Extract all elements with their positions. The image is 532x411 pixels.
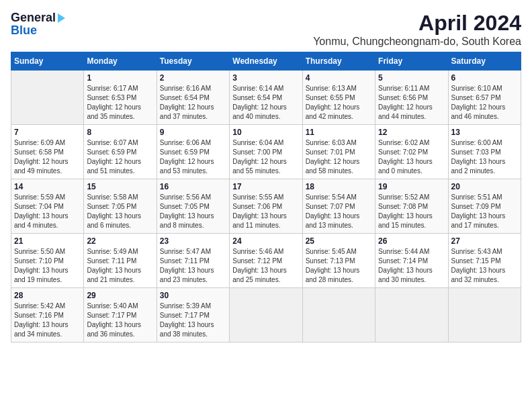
- logo-blue: Blue: [11, 24, 37, 38]
- calendar-cell: 25Sunrise: 5:45 AM Sunset: 7:13 PM Dayli…: [302, 234, 375, 288]
- calendar-cell: 2Sunrise: 6:16 AM Sunset: 6:54 PM Daylig…: [157, 71, 229, 125]
- day-info: Sunrise: 5:51 AM Sunset: 7:09 PM Dayligh…: [451, 193, 518, 230]
- calendar-cell: 9Sunrise: 6:06 AM Sunset: 6:59 PM Daylig…: [157, 125, 229, 179]
- day-number: 18: [306, 182, 372, 191]
- calendar-cell: 23Sunrise: 5:47 AM Sunset: 7:11 PM Dayli…: [157, 234, 229, 288]
- page-title: April 2024: [313, 11, 521, 36]
- calendar-cell: 28Sunrise: 5:42 AM Sunset: 7:16 PM Dayli…: [11, 288, 84, 342]
- weekday-header: Sunday: [11, 52, 84, 71]
- calendar-cell: 13Sunrise: 6:00 AM Sunset: 7:03 PM Dayli…: [448, 125, 521, 179]
- calendar-cell: [302, 288, 375, 342]
- calendar-cell: 22Sunrise: 5:49 AM Sunset: 7:11 PM Dayli…: [84, 234, 157, 288]
- day-info: Sunrise: 5:46 AM Sunset: 7:12 PM Dayligh…: [232, 247, 299, 285]
- calendar-week-row: 1Sunrise: 6:17 AM Sunset: 6:53 PM Daylig…: [11, 71, 521, 125]
- day-info: Sunrise: 6:09 AM Sunset: 6:58 PM Dayligh…: [14, 138, 81, 176]
- day-number: 19: [378, 182, 445, 191]
- calendar-table: SundayMondayTuesdayWednesdayThursdayFrid…: [11, 52, 521, 342]
- calendar-cell: 30Sunrise: 5:39 AM Sunset: 7:17 PM Dayli…: [157, 288, 229, 342]
- calendar-cell: 17Sunrise: 5:55 AM Sunset: 7:06 PM Dayli…: [230, 179, 302, 234]
- day-number: 16: [160, 182, 226, 191]
- calendar-cell: 16Sunrise: 5:56 AM Sunset: 7:05 PM Dayli…: [157, 179, 229, 234]
- day-info: Sunrise: 6:11 AM Sunset: 6:56 PM Dayligh…: [378, 84, 445, 122]
- day-number: 10: [232, 128, 299, 137]
- day-info: Sunrise: 6:14 AM Sunset: 6:54 PM Dayligh…: [232, 84, 299, 122]
- day-info: Sunrise: 6:02 AM Sunset: 7:02 PM Dayligh…: [378, 138, 445, 176]
- day-number: 6: [451, 73, 518, 83]
- day-number: 3: [232, 73, 299, 83]
- day-info: Sunrise: 5:43 AM Sunset: 7:15 PM Dayligh…: [451, 247, 518, 285]
- day-number: 11: [306, 128, 372, 137]
- calendar-cell: [11, 71, 84, 125]
- weekday-header: Friday: [375, 52, 448, 71]
- day-info: Sunrise: 6:04 AM Sunset: 7:00 PM Dayligh…: [232, 138, 299, 176]
- calendar-cell: 11Sunrise: 6:03 AM Sunset: 7:01 PM Dayli…: [302, 125, 375, 179]
- calendar-cell: 6Sunrise: 6:10 AM Sunset: 6:57 PM Daylig…: [448, 71, 521, 125]
- day-info: Sunrise: 6:13 AM Sunset: 6:55 PM Dayligh…: [306, 84, 372, 122]
- calendar-cell: 20Sunrise: 5:51 AM Sunset: 7:09 PM Dayli…: [448, 179, 521, 234]
- day-info: Sunrise: 6:17 AM Sunset: 6:53 PM Dayligh…: [87, 84, 153, 122]
- day-info: Sunrise: 5:58 AM Sunset: 7:05 PM Dayligh…: [87, 193, 153, 230]
- day-number: 30: [160, 291, 226, 300]
- day-info: Sunrise: 5:52 AM Sunset: 7:08 PM Dayligh…: [378, 193, 445, 230]
- calendar-cell: 14Sunrise: 5:59 AM Sunset: 7:04 PM Dayli…: [11, 179, 84, 234]
- day-info: Sunrise: 5:39 AM Sunset: 7:17 PM Dayligh…: [160, 302, 226, 339]
- weekday-header-row: SundayMondayTuesdayWednesdayThursdayFrid…: [11, 52, 521, 71]
- day-info: Sunrise: 5:50 AM Sunset: 7:10 PM Dayligh…: [14, 247, 81, 285]
- day-number: 7: [14, 128, 81, 137]
- calendar-cell: 15Sunrise: 5:58 AM Sunset: 7:05 PM Dayli…: [84, 179, 157, 234]
- calendar-week-row: 7Sunrise: 6:09 AM Sunset: 6:58 PM Daylig…: [11, 125, 521, 179]
- calendar-cell: 18Sunrise: 5:54 AM Sunset: 7:07 PM Dayli…: [302, 179, 375, 234]
- day-info: Sunrise: 5:59 AM Sunset: 7:04 PM Dayligh…: [14, 193, 81, 230]
- logo-general: General: [11, 11, 56, 25]
- day-info: Sunrise: 5:44 AM Sunset: 7:14 PM Dayligh…: [378, 247, 445, 285]
- day-info: Sunrise: 5:49 AM Sunset: 7:11 PM Dayligh…: [87, 247, 153, 285]
- calendar-cell: 4Sunrise: 6:13 AM Sunset: 6:55 PM Daylig…: [302, 71, 375, 125]
- weekday-header: Tuesday: [157, 52, 229, 71]
- calendar-cell: 1Sunrise: 6:17 AM Sunset: 6:53 PM Daylig…: [84, 71, 157, 125]
- day-info: Sunrise: 5:40 AM Sunset: 7:17 PM Dayligh…: [87, 302, 153, 339]
- calendar-cell: 3Sunrise: 6:14 AM Sunset: 6:54 PM Daylig…: [230, 71, 302, 125]
- page-subtitle: Yonmu, Chungcheongnam-do, South Korea: [313, 36, 521, 48]
- day-number: 29: [87, 291, 153, 300]
- day-number: 22: [87, 236, 153, 246]
- calendar-cell: [375, 288, 448, 342]
- calendar-cell: 5Sunrise: 6:11 AM Sunset: 6:56 PM Daylig…: [375, 71, 448, 125]
- day-info: Sunrise: 6:00 AM Sunset: 7:03 PM Dayligh…: [451, 138, 518, 176]
- calendar-cell: 8Sunrise: 6:07 AM Sunset: 6:59 PM Daylig…: [84, 125, 157, 179]
- day-number: 13: [451, 128, 518, 137]
- day-number: 27: [451, 236, 518, 246]
- calendar-cell: 7Sunrise: 6:09 AM Sunset: 6:58 PM Daylig…: [11, 125, 84, 179]
- calendar-cell: 12Sunrise: 6:02 AM Sunset: 7:02 PM Dayli…: [375, 125, 448, 179]
- day-number: 21: [14, 236, 81, 246]
- calendar-week-row: 21Sunrise: 5:50 AM Sunset: 7:10 PM Dayli…: [11, 234, 521, 288]
- day-number: 8: [87, 128, 153, 137]
- calendar-cell: 21Sunrise: 5:50 AM Sunset: 7:10 PM Dayli…: [11, 234, 84, 288]
- calendar-cell: 29Sunrise: 5:40 AM Sunset: 7:17 PM Dayli…: [84, 288, 157, 342]
- day-info: Sunrise: 5:47 AM Sunset: 7:11 PM Dayligh…: [160, 247, 226, 285]
- day-info: Sunrise: 6:07 AM Sunset: 6:59 PM Dayligh…: [87, 138, 153, 176]
- day-info: Sunrise: 6:16 AM Sunset: 6:54 PM Dayligh…: [160, 84, 226, 122]
- weekday-header: Thursday: [302, 52, 375, 71]
- day-info: Sunrise: 5:42 AM Sunset: 7:16 PM Dayligh…: [14, 302, 81, 339]
- logo: General Blue: [11, 11, 65, 38]
- title-block: April 2024 Yonmu, Chungcheongnam-do, Sou…: [313, 11, 521, 48]
- calendar-cell: 27Sunrise: 5:43 AM Sunset: 7:15 PM Dayli…: [448, 234, 521, 288]
- calendar-cell: 10Sunrise: 6:04 AM Sunset: 7:00 PM Dayli…: [230, 125, 302, 179]
- day-number: 1: [87, 73, 153, 83]
- weekday-header: Wednesday: [230, 52, 302, 71]
- day-info: Sunrise: 5:54 AM Sunset: 7:07 PM Dayligh…: [306, 193, 372, 230]
- weekday-header: Monday: [84, 52, 157, 71]
- day-number: 28: [14, 291, 81, 300]
- day-number: 17: [232, 182, 299, 191]
- day-number: 5: [378, 73, 445, 83]
- calendar-week-row: 28Sunrise: 5:42 AM Sunset: 7:16 PM Dayli…: [11, 288, 521, 342]
- day-number: 24: [232, 236, 299, 246]
- weekday-header: Saturday: [448, 52, 521, 71]
- day-number: 26: [378, 236, 445, 246]
- calendar-cell: [230, 288, 302, 342]
- day-info: Sunrise: 6:03 AM Sunset: 7:01 PM Dayligh…: [306, 138, 372, 176]
- calendar-cell: [448, 288, 521, 342]
- page-header: General Blue April 2024 Yonmu, Chungcheo…: [11, 11, 521, 48]
- day-number: 4: [306, 73, 372, 83]
- day-number: 25: [306, 236, 372, 246]
